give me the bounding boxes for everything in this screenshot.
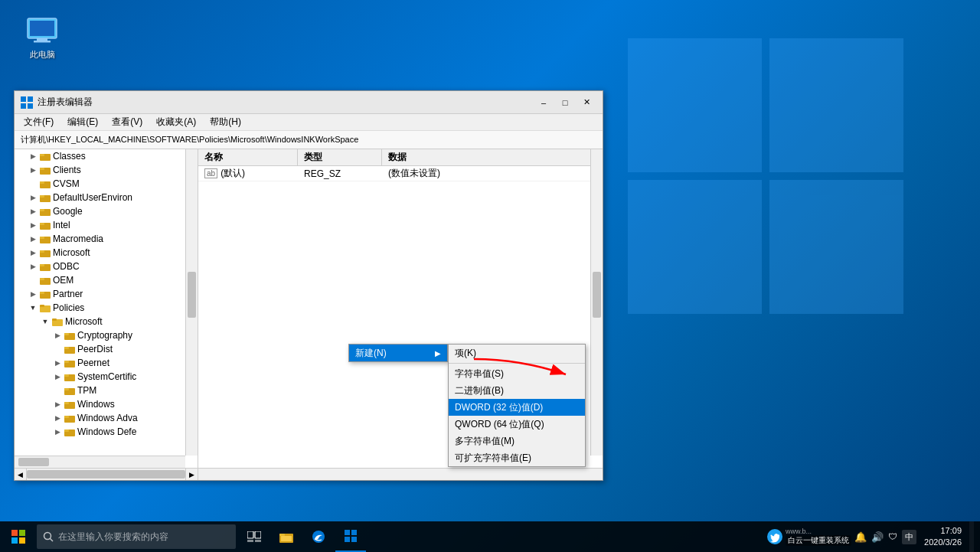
tree-item-microsoft[interactable]: ▶ Microsoft <box>15 246 198 260</box>
tree-label-cryptography: Cryptography <box>77 330 198 341</box>
menu-help[interactable]: 帮助(H) <box>204 114 247 130</box>
expander-oem[interactable] <box>27 274 39 286</box>
tree-item-intel[interactable]: ▶ Intel <box>15 218 198 232</box>
expander-systemcertific[interactable]: ▶ <box>51 371 64 383</box>
submenu-item-multi[interactable]: 多字符串值(M) <box>449 433 585 449</box>
keyboard-icon[interactable]: 中 <box>902 530 916 544</box>
tree-vscrollbar[interactable] <box>185 149 198 456</box>
tree-item-windows-defe[interactable]: ▶ Windows Defe <box>15 425 198 439</box>
security-icon[interactable]: 🛡 <box>888 531 897 542</box>
tree-item-systemcertific[interactable]: ▶ SystemCertific <box>15 370 198 384</box>
expander-windows-defe[interactable]: ▶ <box>51 426 64 438</box>
tree-item-peernet[interactable]: ▶ Peernet <box>15 356 198 370</box>
minimize-button[interactable]: – <box>534 94 554 111</box>
expander-clients[interactable]: ▶ <box>27 164 39 176</box>
expander-peerdist[interactable] <box>51 343 64 355</box>
tree-hscrollbar[interactable] <box>15 456 185 468</box>
tree-item-odbc[interactable]: ▶ ODBC <box>15 260 198 273</box>
expander-peernet[interactable]: ▶ <box>51 357 64 369</box>
h-scrollbar-thumb[interactable] <box>18 458 49 466</box>
tree-item-clients[interactable]: ▶ Clients <box>15 163 198 177</box>
tree-item-windows-adva[interactable]: ▶ Windows Adva <box>15 411 198 425</box>
col-name[interactable]: 名称 <box>198 149 298 165</box>
menu-file[interactable]: 文件(F) <box>18 114 60 130</box>
tree-item-oem[interactable]: OEM <box>15 273 198 287</box>
expander-microsoft[interactable]: ▶ <box>27 247 39 259</box>
scrollbar-thumb[interactable] <box>188 272 196 318</box>
file-explorer-button[interactable] <box>271 521 302 552</box>
tree-label: PeerDist <box>77 344 198 354</box>
expander-macromedia[interactable]: ▶ <box>27 233 39 245</box>
content-vscrollbar[interactable] <box>590 149 603 456</box>
bottom-scroll-right[interactable] <box>198 469 603 480</box>
scroll-right-btn[interactable]: ▶ <box>185 469 198 480</box>
tree-item-partner[interactable]: ▶ Partner <box>15 287 198 301</box>
expander-classes[interactable]: ▶ <box>27 150 39 162</box>
submenu-item-dword[interactable]: DWORD (32 位)值(D) <box>449 399 585 416</box>
desktop-icon-computer[interactable]: 此电脑 <box>15 15 69 60</box>
tree-item-cryptography[interactable]: ▶ Cryptography <box>15 328 198 342</box>
volume-icon[interactable]: 🔊 <box>871 531 884 543</box>
bottom-scroll-left[interactable]: ◀ ▶ <box>15 469 198 480</box>
maximize-button[interactable]: □ <box>555 94 575 111</box>
expander-windows[interactable]: ▶ <box>51 398 64 410</box>
svg-rect-66 <box>351 530 357 535</box>
tree-item-macromedia[interactable]: ▶ Macromedia <box>15 232 198 246</box>
scrollbar-thumb[interactable] <box>593 272 601 318</box>
submenu-item-binary[interactable]: 二进制值(B) <box>449 382 585 399</box>
menu-view[interactable]: 查看(V) <box>106 114 149 130</box>
content-row-default[interactable]: ab (默认) REG_SZ (数值未设置) <box>198 166 603 181</box>
scroll-left-btn[interactable]: ◀ <box>15 469 27 480</box>
submenu-item-string[interactable]: 字符串值(S) <box>449 365 585 382</box>
h-thumb[interactable] <box>27 470 185 479</box>
expander-policies[interactable]: ▼ <box>27 302 39 314</box>
expander-windows-adva[interactable]: ▶ <box>51 412 64 424</box>
folder-icon <box>64 398 76 410</box>
expander-google[interactable]: ▶ <box>27 205 39 217</box>
show-desktop-button[interactable] <box>969 521 974 552</box>
ctx-item-new[interactable]: 新建(N) ▶ <box>349 345 447 361</box>
start-button[interactable] <box>3 521 34 552</box>
edge-browser-button[interactable] <box>303 521 334 552</box>
close-button[interactable]: ✕ <box>577 94 596 111</box>
expander-partner[interactable]: ▶ <box>27 288 39 300</box>
expander-cvsm[interactable] <box>27 178 39 190</box>
svg-rect-13 <box>40 181 44 184</box>
tree-item-tpm[interactable]: TPM <box>15 384 198 397</box>
svg-rect-60 <box>255 540 261 542</box>
network-icon[interactable]: 🔔 <box>854 531 867 543</box>
regedit-taskbar-button[interactable] <box>335 521 366 552</box>
taskview-button[interactable] <box>239 521 270 552</box>
col-data[interactable]: 数据 <box>382 149 603 165</box>
tree-item-google[interactable]: ▶ Google <box>15 204 198 218</box>
submenu-item-qword[interactable]: QWORD (64 位)值(Q) <box>449 416 585 433</box>
menu-edit[interactable]: 编辑(E) <box>61 114 104 130</box>
expander-tpm[interactable] <box>51 384 64 397</box>
taskbar-clock[interactable]: 17:09 2020/3/26 <box>920 525 966 549</box>
expander-odbc[interactable]: ▶ <box>27 260 39 273</box>
tree-label: Windows <box>77 399 198 410</box>
tree-item-policies-microsoft[interactable]: ▼ Microsoft <box>15 315 198 328</box>
tree-item-policies[interactable]: ▼ Policies <box>15 301 198 315</box>
expander-policies-microsoft[interactable]: ▼ <box>39 315 51 328</box>
ab-icon: ab <box>204 168 217 178</box>
tree-item-defaultuser[interactable]: ▶ DefaultUserEnviron <box>15 191 198 204</box>
tree-item-windows[interactable]: ▶ Windows <box>15 397 198 411</box>
svg-rect-53 <box>11 537 18 544</box>
tree-item-peerdist[interactable]: PeerDist <box>15 342 198 356</box>
tree-item-cvsm[interactable]: CVSM <box>15 177 198 191</box>
tree-scroll[interactable]: ▶ Classes ▶ Clients <box>15 149 198 456</box>
tree-label: SystemCertific <box>77 371 198 382</box>
expander-defaultuser[interactable]: ▶ <box>27 191 39 204</box>
tree-item-classes[interactable]: ▶ Classes <box>15 149 198 163</box>
submenu-item-key[interactable]: 项(K) <box>449 345 585 361</box>
expander-intel[interactable]: ▶ <box>27 219 39 231</box>
submenu-item-expand[interactable]: 可扩充字符串值(E) <box>449 449 585 466</box>
col-type[interactable]: 类型 <box>298 149 382 165</box>
title-bar[interactable]: 注册表编辑器 – □ ✕ <box>15 91 603 114</box>
search-bar[interactable]: 在这里输入你要搜索的内容 <box>37 524 236 549</box>
menu-favorites[interactable]: 收藏夹(A) <box>150 114 202 130</box>
expander-cryptography[interactable]: ▶ <box>51 329 64 341</box>
svg-line-56 <box>51 539 54 542</box>
svg-rect-41 <box>64 374 69 377</box>
